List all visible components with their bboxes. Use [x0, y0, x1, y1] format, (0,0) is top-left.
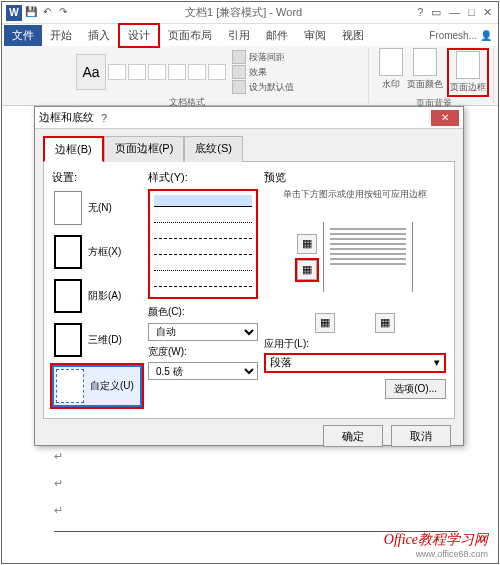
watermark-icon — [379, 48, 403, 76]
style-thumb[interactable] — [108, 64, 126, 80]
tab-shading[interactable]: 底纹(S) — [184, 136, 243, 162]
style-listbox[interactable] — [148, 189, 258, 299]
ok-button[interactable]: 确定 — [323, 425, 383, 447]
tab-design[interactable]: 设计 — [118, 23, 160, 48]
default-icon — [232, 80, 246, 94]
tab-insert[interactable]: 插入 — [80, 25, 118, 46]
border-top-btn[interactable]: ▦ — [297, 234, 317, 254]
help-icon[interactable]: ? — [417, 6, 423, 19]
color-label: 颜色(C): — [148, 305, 258, 319]
user-label[interactable]: Fromesh... 👤 — [429, 30, 498, 41]
dialog-close-icon[interactable]: ✕ — [431, 110, 459, 126]
chevron-down-icon: ▾ — [434, 356, 440, 369]
watermark-footer: Office教程学习网 www.office68.com — [384, 531, 488, 559]
setting-box[interactable]: 方框(X) — [52, 233, 142, 271]
dialog-title: 边框和底纹 — [39, 110, 94, 125]
style-thumb[interactable] — [208, 64, 226, 80]
borders-shading-dialog: 边框和底纹 ? ✕ 边框(B) 页面边框(P) 底纹(S) 设置: 无(N) 方… — [34, 106, 464, 446]
dialog-help-icon[interactable]: ? — [94, 112, 114, 124]
page-color-button[interactable]: 页面颜色 — [407, 48, 443, 91]
tab-review[interactable]: 审阅 — [296, 25, 334, 46]
tab-page-border[interactable]: 页面边框(P) — [104, 136, 185, 162]
width-select[interactable]: 0.5 磅 — [148, 362, 258, 380]
border-left-btn[interactable]: ▦ — [315, 313, 335, 333]
preview-hint: 单击下方图示或使用按钮可应用边框 — [264, 189, 446, 201]
cancel-button[interactable]: 取消 — [391, 425, 451, 447]
preview-label: 预览 — [264, 170, 446, 185]
tab-references[interactable]: 引用 — [220, 25, 258, 46]
options-button[interactable]: 选项(O)... — [385, 379, 446, 399]
width-label: 宽度(W): — [148, 345, 258, 359]
page-borders-button[interactable]: 页面边框 — [447, 48, 489, 97]
style-thumb[interactable] — [168, 64, 186, 80]
preview-page[interactable] — [323, 222, 413, 292]
themes-icon[interactable]: Aa — [76, 54, 106, 90]
color-select[interactable]: 自动 — [148, 323, 258, 341]
save-icon[interactable]: 💾 — [24, 5, 38, 19]
ribbon-tabs: 文件 开始 插入 设计 页面布局 引用 邮件 审阅 视图 Fromesh... … — [2, 24, 498, 46]
style-thumb[interactable] — [188, 64, 206, 80]
tab-file[interactable]: 文件 — [4, 25, 42, 46]
paragraph-mark: ↵ — [54, 504, 458, 517]
tab-mailings[interactable]: 邮件 — [258, 25, 296, 46]
doc-title: 文档1 [兼容模式] - Word — [70, 5, 417, 20]
style-thumb[interactable] — [148, 64, 166, 80]
tab-home[interactable]: 开始 — [42, 25, 80, 46]
effects-icon — [232, 65, 246, 79]
setting-custom[interactable]: 自定义(U) — [52, 365, 142, 407]
ribbon-body: Aa 段落间距 效果 设为默认值 文档格式 水印 — [2, 46, 498, 106]
apply-label: 应用于(L): — [264, 337, 446, 351]
paragraph-mark: ↵ — [54, 477, 458, 490]
settings-label: 设置: — [52, 170, 142, 185]
border-right-btn[interactable]: ▦ — [375, 313, 395, 333]
document-area: ↵ ↵ ↵ — [54, 450, 458, 532]
style-thumb[interactable] — [128, 64, 146, 80]
page-borders-icon — [456, 51, 480, 79]
style-label: 样式(Y): — [148, 170, 258, 185]
tab-borders[interactable]: 边框(B) — [43, 136, 104, 162]
tab-layout[interactable]: 页面布局 — [160, 25, 220, 46]
tab-view[interactable]: 视图 — [334, 25, 372, 46]
word-icon: W — [6, 5, 22, 21]
border-bottom-btn[interactable]: ▦ — [297, 260, 317, 280]
maximize-icon[interactable]: □ — [468, 6, 475, 19]
setting-shadow[interactable]: 阴影(A) — [52, 277, 142, 315]
redo-icon[interactable]: ↷ — [56, 5, 70, 19]
close-icon[interactable]: ✕ — [483, 6, 492, 19]
watermark-button[interactable]: 水印 — [379, 48, 403, 91]
titlebar: W 💾 ↶ ↷ 文档1 [兼容模式] - Word ? ▭ — □ ✕ — [2, 2, 498, 24]
user-icon: 👤 — [480, 30, 492, 41]
minimize-icon[interactable]: — — [449, 6, 460, 19]
undo-icon[interactable]: ↶ — [40, 5, 54, 19]
spacing-icon — [232, 50, 246, 64]
setting-none[interactable]: 无(N) — [52, 189, 142, 227]
apply-to-select[interactable]: 段落▾ — [264, 353, 446, 373]
page-color-icon — [413, 48, 437, 76]
ribbon-toggle-icon[interactable]: ▭ — [431, 6, 441, 19]
setting-3d[interactable]: 三维(D) — [52, 321, 142, 359]
